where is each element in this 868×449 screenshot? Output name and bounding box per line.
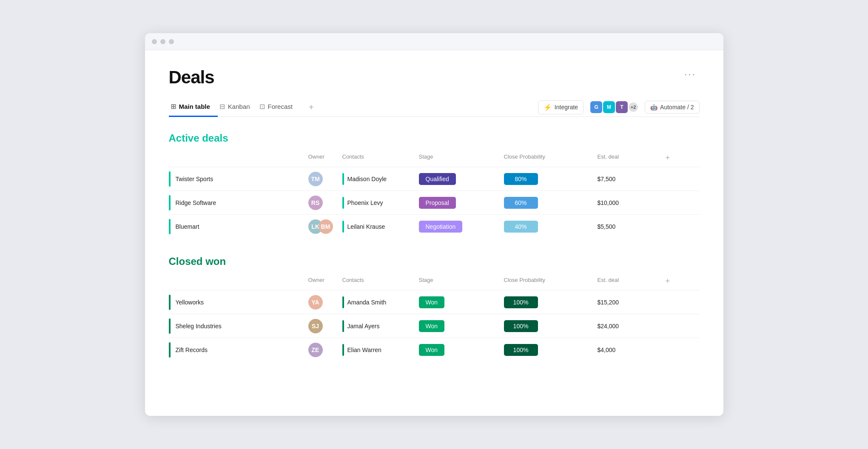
tab-actions: ⚡ Integrate G M T +2 🤖 Automate / 2	[538, 100, 700, 114]
cell-est-deal: $10,000	[594, 196, 662, 210]
cell-est-deal: $15,200	[594, 296, 662, 309]
cell-probability: 100%	[501, 317, 594, 335]
dot-2	[160, 39, 165, 44]
cell-company-name: Zift Records	[169, 339, 305, 361]
active-deals-header: Owner Contacts Stage Close Probability E…	[169, 149, 700, 167]
prob-badge: 60%	[504, 197, 538, 209]
closed-won-section: Closed won Owner Contacts Stage Close Pr…	[169, 256, 700, 362]
avatar: TM	[308, 172, 323, 186]
contact-indicator	[342, 344, 344, 356]
badge-purple: T	[616, 101, 628, 113]
col-owner-active: Owner	[305, 152, 339, 164]
row-indicator	[169, 318, 171, 334]
integration-badges: G M T +2	[590, 101, 638, 113]
cell-probability: 40%	[501, 217, 594, 236]
active-deals-section: Active deals Owner Contacts Stage Close …	[169, 132, 700, 239]
prob-badge: 80%	[504, 173, 538, 185]
stage-badge: Qualified	[419, 173, 456, 185]
tab-main-table[interactable]: ⊞ Main table	[169, 98, 218, 117]
contact-indicator	[342, 173, 344, 185]
automate-button[interactable]: 🤖 Automate / 2	[645, 101, 699, 114]
cell-stage: Won	[416, 293, 501, 312]
cell-owner: RS	[305, 192, 339, 213]
cell-est-deal: $24,000	[594, 319, 662, 333]
stage-badge: Won	[419, 344, 445, 356]
cell-contact: Madison Doyle	[339, 170, 416, 188]
table-row: Ridge Software RS Phoenix Levy Proposal …	[169, 191, 700, 215]
avatar: SJ	[308, 319, 323, 333]
col-stage-active: Stage	[416, 152, 501, 164]
avatar: ZE	[308, 343, 323, 357]
contact-indicator	[342, 221, 344, 233]
col-stage-won: Stage	[416, 275, 501, 287]
prob-badge: 100%	[504, 296, 538, 308]
cell-contact: Elian Warren	[339, 341, 416, 359]
forecast-icon: ⊡	[259, 102, 265, 111]
cell-company-name: Yelloworks	[169, 291, 305, 313]
prob-badge: 100%	[504, 320, 538, 332]
table-row: Yelloworks YA Amanda Smith Won 100% $15,…	[169, 290, 700, 314]
cell-row-action	[662, 347, 679, 353]
cell-company-name: Twister Sports	[169, 168, 305, 190]
col-owner-won: Owner	[305, 275, 339, 287]
cell-est-deal: $5,500	[594, 220, 662, 233]
tabs-row: ⊞ Main table ⊟ Kanban ⊡ Forecast + ⚡ Int…	[169, 98, 700, 117]
cell-owner: ZE	[305, 339, 339, 361]
prob-badge: 40%	[504, 221, 538, 233]
table-row: Zift Records ZE Elian Warren Won 100% $4…	[169, 338, 700, 362]
stage-badge: Negotiation	[419, 221, 463, 233]
col-prob-won: Close Probability	[501, 275, 594, 287]
avatar-group: LK BM	[308, 219, 336, 234]
active-deals-title: Active deals	[169, 132, 700, 144]
col-add-active[interactable]: +	[662, 152, 679, 164]
stage-badge: Won	[419, 296, 445, 308]
cell-owner: YA	[305, 292, 339, 313]
integrate-button[interactable]: ⚡ Integrate	[538, 100, 583, 114]
badge-plus: +2	[629, 102, 638, 112]
cell-probability: 100%	[501, 293, 594, 312]
table-row: Twister Sports TM Madison Doyle Qualifie…	[169, 167, 700, 191]
cell-contact: Leilani Krause	[339, 217, 416, 236]
cell-stage: Proposal	[416, 193, 501, 212]
cell-row-action	[662, 199, 679, 206]
add-tab-button[interactable]: +	[302, 102, 321, 112]
col-name-won	[169, 275, 305, 287]
app-window: Deals ··· ⊞ Main table ⊟ Kanban ⊡ Foreca…	[145, 33, 723, 416]
cell-est-deal: $7,500	[594, 172, 662, 186]
table-row: Sheleg Industries SJ Jamal Ayers Won 100…	[169, 314, 700, 338]
kanban-icon: ⊟	[219, 102, 225, 111]
cell-probability: 60%	[501, 193, 594, 212]
cell-stage: Won	[416, 317, 501, 335]
tab-forecast[interactable]: ⊡ Forecast	[258, 98, 300, 117]
contact-indicator	[342, 296, 344, 308]
dot-3	[169, 39, 174, 44]
row-indicator	[169, 195, 171, 210]
col-add-won[interactable]: +	[662, 275, 679, 287]
cell-contact: Amanda Smith	[339, 293, 416, 312]
table-icon: ⊞	[171, 102, 176, 111]
contact-indicator	[342, 320, 344, 332]
cell-stage: Negotiation	[416, 217, 501, 236]
integrate-icon: ⚡	[544, 103, 552, 111]
cell-owner: SJ	[305, 315, 339, 337]
col-est-won: Est. deal	[594, 275, 662, 287]
row-indicator	[169, 219, 171, 234]
cell-row-action	[662, 299, 679, 306]
cell-owner: LK BM	[305, 216, 339, 237]
closed-won-title: Closed won	[169, 256, 700, 267]
col-contacts-won: Contacts	[339, 275, 416, 287]
tab-kanban[interactable]: ⊟ Kanban	[218, 98, 258, 117]
row-indicator	[169, 295, 171, 310]
col-name-active	[169, 152, 305, 164]
cell-est-deal: $4,000	[594, 343, 662, 357]
avatar: YA	[308, 295, 323, 310]
cell-row-action	[662, 223, 679, 230]
cell-company-name: Sheleg Industries	[169, 315, 305, 337]
cell-owner: TM	[305, 168, 339, 190]
more-button[interactable]: ···	[681, 67, 699, 82]
titlebar	[145, 33, 723, 50]
cell-row-action	[662, 323, 679, 330]
cell-stage: Won	[416, 341, 501, 359]
avatar: BM	[319, 219, 333, 234]
cell-probability: 100%	[501, 341, 594, 359]
